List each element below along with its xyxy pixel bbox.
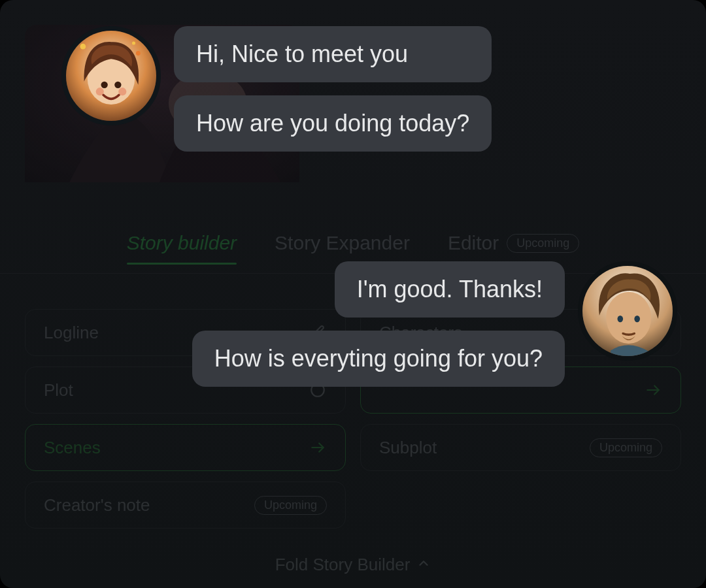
- tab-editor-label: Editor: [448, 232, 499, 254]
- hero-subtitle: ad}: [318, 97, 345, 118]
- card-characters[interactable]: Characters: [360, 309, 681, 356]
- svg-point-1: [169, 72, 247, 135]
- story-builder-panel: e ad} Story builder Story Expander Edito…: [0, 0, 706, 588]
- hero-title: e: [318, 48, 345, 81]
- card-logline-label: Logline: [44, 323, 99, 343]
- card-scenes[interactable]: Scenes: [25, 424, 346, 471]
- upcoming-badge: Upcoming: [590, 438, 662, 457]
- app-frame: e ad} Story builder Story Expander Edito…: [0, 0, 706, 588]
- card-logline[interactable]: Logline: [25, 309, 346, 356]
- builder-grid: Logline Characters Plot: [25, 309, 681, 529]
- card-subplot: Subplot Upcoming: [360, 424, 681, 471]
- hero-row: e ad}: [25, 25, 681, 182]
- svg-point-3: [311, 384, 324, 397]
- tab-story-builder[interactable]: Story builder: [127, 228, 237, 263]
- builder-tabs: Story builder Story Expander Editor Upco…: [25, 228, 681, 272]
- tab-story-expander[interactable]: Story Expander: [275, 228, 410, 263]
- chevron-up-icon: [416, 555, 431, 575]
- fold-story-builder-button[interactable]: Fold Story Builder: [25, 555, 681, 588]
- hero-poster: [25, 25, 299, 182]
- card-scenes-label: Scenes: [44, 438, 101, 458]
- card-plot-label: Plot: [44, 380, 73, 400]
- upcoming-badge: Upcoming: [254, 496, 327, 515]
- hero-text: e ad}: [318, 25, 345, 182]
- card-world[interactable]: [360, 367, 681, 414]
- upcoming-badge: Upcoming: [507, 234, 579, 253]
- card-characters-label: Characters: [379, 323, 462, 343]
- tab-editor: Editor Upcoming: [448, 228, 579, 263]
- card-creators-note-label: Creator's note: [44, 495, 150, 515]
- arrow-right-icon: [644, 323, 662, 342]
- card-plot[interactable]: Plot: [25, 367, 346, 414]
- arrow-right-icon: [644, 381, 662, 399]
- edit-icon: [309, 323, 327, 342]
- arrow-right-icon: [309, 438, 327, 457]
- circle-icon: [309, 381, 327, 399]
- card-subplot-label: Subplot: [379, 438, 437, 458]
- card-creators-note: Creator's note Upcoming: [25, 482, 346, 529]
- fold-label: Fold Story Builder: [275, 555, 411, 575]
